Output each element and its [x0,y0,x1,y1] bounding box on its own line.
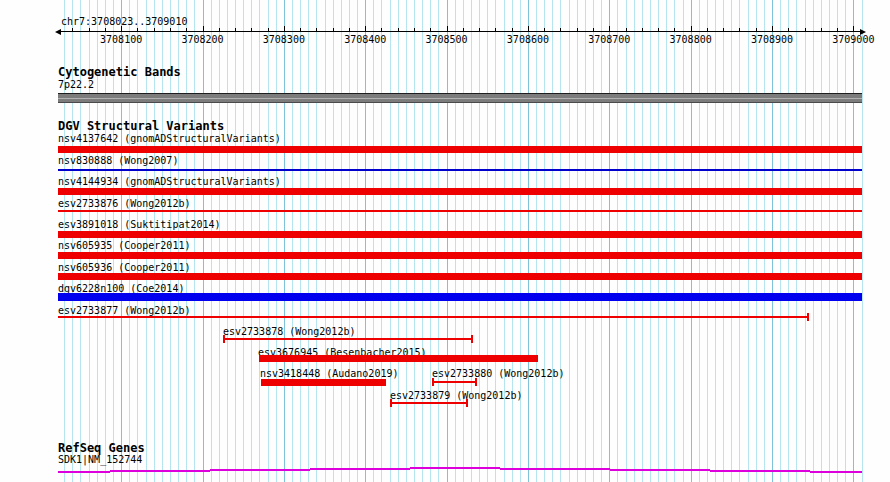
variant-endcap-right-esv2733879 [466,399,468,407]
variant-bar-dgv6228n100[interactable] [58,293,862,301]
grid-line-minor [211,0,212,482]
ruler-tick-label: 3708600 [507,34,549,45]
grid-line-major [447,0,448,482]
variant-label-esv2733879[interactable]: esv2733879 (Wong2012b) [390,390,522,401]
variant-bar-esv3891018[interactable] [58,231,862,238]
grid-line-major [772,0,773,482]
ruler-minor-tick [593,28,594,31]
grid-line-minor [577,0,578,482]
refseq-gene-label[interactable]: SDK1|NM_152744 [58,454,142,465]
ruler-minor-tick [739,28,740,31]
ruler-minor-tick [251,28,252,31]
variant-line-nsv830888[interactable] [58,169,862,171]
grid-line-minor [325,0,326,482]
grid-line-minor [251,0,252,482]
grid-line-minor [552,0,553,482]
variant-endcap-right-esv2733877 [807,313,809,321]
grid-line-minor [194,0,195,482]
region-coordinates-label: chr7:3708023..3709010 [61,16,187,27]
grid-line-major [528,0,529,482]
grid-line-minor [471,0,472,482]
variant-label-esv2733878[interactable]: esv2733878 (Wong2012b) [223,326,355,337]
variant-label-nsv605935[interactable]: nsv605935 (Cooper2011) [58,240,190,251]
ruler-minor-tick [495,28,496,31]
grid-line-minor [788,0,789,482]
gene-line-segment [500,468,610,470]
ruler-tick-label: 3708200 [181,34,223,45]
grid-line-minor [406,0,407,482]
gene-line-segment [110,470,210,472]
variant-endcap-left-esv2733880 [432,378,434,386]
variant-label-esv2733880[interactable]: esv2733880 (Wong2012b) [432,368,564,379]
cytoband-bar[interactable] [58,93,862,103]
grid-line-minor [821,0,822,482]
grid-line-minor [227,0,228,482]
gene-line-segment [710,470,810,472]
ruler-minor-tick [805,28,806,31]
gene-line-segment [410,467,500,469]
grid-line-minor [268,0,269,482]
ruler-minor-tick [349,28,350,31]
variant-line-esv2733879[interactable] [391,402,467,404]
grid-line-minor [487,0,488,482]
grid-line-major [365,0,366,482]
variant-label-nsv3418448[interactable]: nsv3418448 (Audano2019) [260,368,398,379]
variant-line-esv2733876[interactable] [58,210,862,212]
gene-line-segment [610,469,710,471]
grid-line-minor [780,0,781,482]
variant-bar-nsv4137642[interactable] [58,146,862,153]
ruler-major-tick [284,26,285,31]
grid-line-minor [455,0,456,482]
variant-label-nsv605936[interactable]: nsv605936 (Cooper2011) [58,262,190,273]
variant-label-esv2733876[interactable]: esv2733876 (Wong2012b) [58,198,190,209]
variant-label-esv2733877[interactable]: esv2733877 (Wong2012b) [58,305,190,316]
grid-line-minor [422,0,423,482]
ruler-minor-tick [105,28,106,31]
grid-line-minor [560,0,561,482]
ruler-minor-tick [268,28,269,31]
variant-bar-esv3676945[interactable] [259,355,538,362]
grid-line-minor [707,0,708,482]
grid-line-minor [723,0,724,482]
grid-line-minor [845,0,846,482]
variant-label-esv3891018[interactable]: esv3891018 (Suktitipat2014) [58,219,221,230]
grid-line-major [284,0,285,482]
variant-line-esv2733878[interactable] [224,338,472,340]
grid-line-minor [259,0,260,482]
ruler-major-tick [853,26,854,31]
variant-line-esv2733880[interactable] [433,381,476,383]
grid-line-minor [756,0,757,482]
gene-line-segment [210,469,310,471]
variant-label-nsv4144934[interactable]: nsv4144934 (gnomADStructuralVariants) [58,176,281,187]
ruler-tick-label: 3708800 [670,34,712,45]
variant-label-nsv830888[interactable]: nsv830888 (Wong2007) [58,155,178,166]
ruler-major-tick [203,26,204,31]
grid-line-minor [235,0,236,482]
grid-line-minor [512,0,513,482]
ruler-minor-tick [837,28,838,31]
ruler-minor-tick [658,28,659,31]
grid-line-minor [699,0,700,482]
grid-line-minor [414,0,415,482]
grid-line-major [203,0,204,482]
grid-line-minor [626,0,627,482]
grid-line-minor [292,0,293,482]
grid-line-minor [739,0,740,482]
ruler-minor-tick [381,28,382,31]
variant-label-nsv4137642[interactable]: nsv4137642 (gnomADStructuralVariants) [58,133,281,144]
variant-bar-nsv3418448[interactable] [261,379,386,386]
gene-line-segment [310,468,410,470]
ruler-minor-tick [137,28,138,31]
grid-line-minor [430,0,431,482]
grid-line-minor [666,0,667,482]
ruler-tick-label: 3708500 [425,34,467,45]
grid-line-minor [333,0,334,482]
variant-bar-nsv4144934[interactable] [58,188,862,195]
ruler-axis-line [59,31,862,32]
variant-endcap-left-esv2733878 [223,335,225,343]
ruler-major-tick [121,26,122,31]
ruler-minor-tick [479,28,480,31]
variant-line-esv2733877[interactable] [58,316,808,318]
variant-bar-nsv605936[interactable] [58,273,862,280]
variant-bar-nsv605935[interactable] [58,252,862,259]
